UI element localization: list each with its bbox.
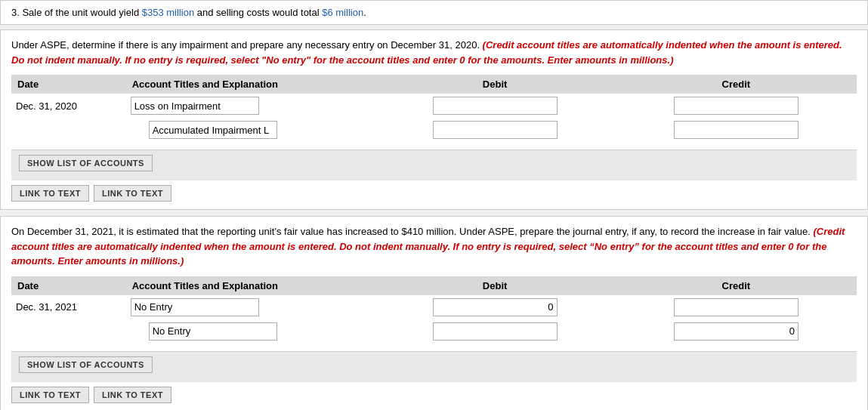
row3-credit-cell [616,295,857,319]
section1-card: Under ASPE, determine if there is any im… [0,29,868,210]
row2-debit-input[interactable] [433,121,558,139]
row2-debit-cell [374,118,615,142]
section2-card: On December 31, 2021, it is estimated th… [0,216,868,410]
row1-credit-cell [616,94,857,118]
row2-credit-input[interactable] [674,121,798,139]
row1-date: Dec. 31, 2020 [11,94,126,118]
row4-debit-cell [374,319,615,344]
row4-date [11,319,126,344]
section1-table: Date Account Titles and Explanation Debi… [11,75,857,142]
section1-show-list-button[interactable]: SHOW LIST OF ACCOUNTS [19,155,153,171]
row4-debit-input[interactable] [433,322,558,341]
section2-link-text-button-2[interactable]: LINK TO TEXT [94,387,171,403]
row3-debit-input[interactable] [433,298,558,316]
row4-credit-input[interactable] [674,322,798,341]
col2-debit-header: Debit [374,276,615,295]
col-credit-header: Credit [616,75,857,94]
row2-date [11,118,126,142]
col2-date-header: Date [11,276,126,295]
table-row: Dec. 31, 2020 [11,94,857,118]
row4-credit-cell [616,319,857,344]
col2-credit-header: Credit [616,276,857,295]
page-wrapper: 3. Sale of the unit would yield $353 mil… [0,0,868,410]
row3-debit-cell [374,295,615,319]
col-account-header: Account Titles and Explanation [126,75,375,94]
row2-account-cell [126,118,375,142]
section2-table: Date Account Titles and Explanation Debi… [11,276,857,344]
section2-link-row: LINK TO TEXT LINK TO TEXT [11,387,857,403]
section1-instruction: Under ASPE, determine if there is any im… [11,38,857,67]
section2-bottom-bar: SHOW LIST OF ACCOUNTS [11,351,857,382]
row3-account-cell [126,295,375,319]
col2-account-header: Account Titles and Explanation [126,276,375,295]
row1-debit-cell [374,94,615,118]
row2-account-input[interactable] [149,121,277,139]
table-row [11,319,857,344]
table-row: Dec. 31, 2021 [11,295,857,319]
row1-account-input[interactable] [131,97,259,115]
row2-credit-cell [616,118,857,142]
row1-account-cell [126,94,375,118]
section1-link-text-button-1[interactable]: LINK TO TEXT [11,185,89,202]
row4-account-cell [126,319,375,344]
row1-credit-input[interactable] [674,97,798,115]
section2-link-text-button-1[interactable]: LINK TO TEXT [11,387,89,403]
section1-link-row: LINK TO TEXT LINK TO TEXT [11,185,857,202]
section1-link-text-button-2[interactable]: LINK TO TEXT [94,185,171,202]
top-banner-text: 3. Sale of the unit would yield $353 mil… [11,7,857,18]
table-row [11,118,857,142]
row4-account-input[interactable] [149,322,277,341]
section1-bottom-bar: SHOW LIST OF ACCOUNTS [11,150,857,180]
row3-credit-input[interactable] [674,298,798,316]
top-banner: 3. Sale of the unit would yield $353 mil… [0,0,868,25]
row3-account-input[interactable] [131,298,259,316]
row1-debit-input[interactable] [433,97,558,115]
col-date-header: Date [11,75,126,94]
col-debit-header: Debit [374,75,615,94]
section2-instruction: On December 31, 2021, it is estimated th… [11,224,857,269]
section2-show-list-button[interactable]: SHOW LIST OF ACCOUNTS [19,356,153,373]
row3-date: Dec. 31, 2021 [11,295,126,319]
